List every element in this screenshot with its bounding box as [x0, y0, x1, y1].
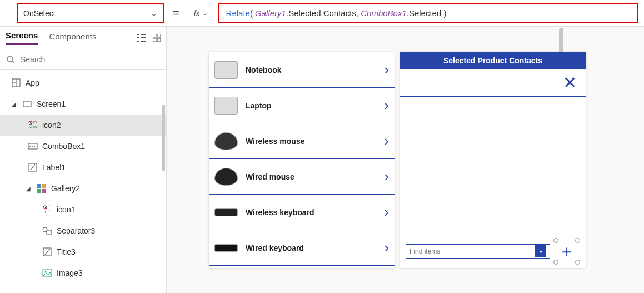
- svg-rect-18: [37, 184, 41, 188]
- tab-components[interactable]: Components: [49, 32, 96, 44]
- label-icon: [42, 247, 52, 257]
- tree-item-screen1[interactable]: ◢ Screen1: [0, 93, 166, 115]
- tree-item-label: Title3: [57, 247, 76, 256]
- formula-token-gallery1: Gallery1: [255, 8, 286, 18]
- gallery-thumb: [214, 244, 238, 252]
- tree-item-label: ComboBox1: [42, 142, 85, 151]
- svg-point-4: [7, 56, 13, 62]
- gallery-item[interactable]: Wireless mouse ›: [209, 123, 395, 159]
- fx-label: fx: [194, 9, 200, 18]
- selection-handle[interactable]: [575, 238, 580, 243]
- tree-item-label: Image3: [57, 269, 83, 277]
- svg-line-5: [12, 61, 14, 63]
- svg-point-16: [34, 146, 35, 147]
- svg-rect-2: [153, 38, 156, 42]
- separator-icon: [42, 226, 52, 236]
- tree-item-label: Label1: [42, 163, 66, 172]
- app-icon: [11, 78, 21, 88]
- search-icon: [7, 56, 15, 64]
- screen-icon: [22, 99, 32, 109]
- tree-item-image3[interactable]: Image3: [0, 262, 166, 284]
- expand-toggle-icon[interactable]: ◢: [10, 101, 18, 107]
- gallery-title: Wireless mouse: [246, 137, 376, 146]
- gallery-title: Wired keyboard: [246, 244, 376, 252]
- tree-item-app[interactable]: App: [0, 72, 166, 93]
- tree-item-icon1[interactable]: + icon1: [0, 199, 166, 220]
- gallery-title: Wireless keyboard: [246, 208, 376, 217]
- chevron-right-icon[interactable]: ›: [384, 168, 389, 185]
- svg-point-15: [32, 146, 33, 147]
- tab-screens[interactable]: Screens: [6, 31, 38, 45]
- tree-tabs: Screens Components: [0, 27, 166, 49]
- svg-rect-19: [42, 184, 46, 188]
- tree-item-combobox1[interactable]: ComboBox1: [0, 136, 166, 157]
- svg-rect-1: [157, 34, 161, 37]
- tree-view-grid-icon[interactable]: [153, 34, 161, 42]
- chevron-right-icon[interactable]: ›: [384, 97, 389, 114]
- tree-item-label: App: [26, 78, 39, 87]
- combobox-icon: [28, 141, 38, 151]
- svg-text:+: +: [29, 125, 32, 130]
- tree-search[interactable]: [0, 49, 166, 70]
- gallery-thumb: [214, 132, 238, 150]
- tree-item-label1[interactable]: Label1: [0, 157, 166, 178]
- control-icon: +: [28, 120, 38, 130]
- tree-scrollbar-thumb[interactable]: [162, 105, 165, 171]
- right-panel-header: Selected Product Contacts: [400, 52, 586, 69]
- combobox1-control[interactable]: Find items ▾: [406, 244, 550, 259]
- expand-toggle-icon[interactable]: ◢: [24, 186, 32, 192]
- chevron-down-icon: ⌄: [202, 9, 207, 17]
- formula-bar: OnSelect ⌄ = fx ⌄ Relate( Gallery1.Selec…: [0, 0, 644, 27]
- plus-icon: ＋: [558, 240, 575, 263]
- icon2-control[interactable]: ＋: [556, 240, 578, 262]
- svg-rect-26: [47, 230, 52, 234]
- chevron-right-icon[interactable]: ›: [384, 239, 389, 256]
- selection-handle[interactable]: [553, 238, 558, 243]
- tree-item-icon2[interactable]: + icon2: [0, 115, 166, 136]
- svg-rect-3: [157, 38, 161, 42]
- selection-handle[interactable]: [575, 260, 580, 265]
- chevron-right-icon[interactable]: ›: [384, 132, 389, 150]
- chevron-right-icon[interactable]: ›: [384, 61, 389, 78]
- canvas[interactable]: Notebook › Laptop › Wireless mouse › Wir…: [167, 27, 644, 293]
- chevron-down-icon: ⌄: [151, 9, 157, 18]
- gallery-item[interactable]: Wired mouse ›: [209, 159, 395, 195]
- tree-item-gallery2[interactable]: ◢ Gallery2: [0, 178, 166, 199]
- tree-item-label: Separator3: [57, 226, 95, 235]
- tree-search-input[interactable]: [21, 55, 159, 64]
- chevron-right-icon[interactable]: ›: [384, 203, 389, 221]
- gallery-thumb: [214, 168, 238, 186]
- control-icon: +: [42, 205, 52, 215]
- tree-view-list-icon[interactable]: [137, 34, 146, 42]
- formula-token-combobox1: ComboBox1: [361, 8, 407, 18]
- right-panel: Selected Product Contacts ✕ Find items ▾…: [400, 52, 586, 268]
- gallery-item[interactable]: Wireless keyboard ›: [209, 195, 395, 230]
- tree-item-title3[interactable]: Title3: [0, 241, 166, 262]
- svg-rect-0: [153, 34, 156, 37]
- tree-item-label: icon1: [57, 205, 75, 214]
- image-icon: [42, 268, 52, 278]
- property-selector[interactable]: OnSelect ⌄: [17, 3, 164, 23]
- formula-input[interactable]: Relate( Gallery1.Selected.Contacts, Comb…: [218, 3, 638, 23]
- fx-button[interactable]: fx ⌄: [188, 3, 213, 23]
- gallery-thumb: [214, 208, 238, 216]
- selection-handle[interactable]: [553, 260, 558, 265]
- chevron-down-icon[interactable]: ▾: [535, 245, 546, 257]
- tree-item-label: Gallery2: [51, 184, 80, 193]
- label-icon: [28, 162, 38, 172]
- svg-rect-20: [37, 189, 41, 193]
- gallery-title: Notebook: [246, 66, 376, 75]
- gallery-item[interactable]: Wired keyboard ›: [209, 230, 395, 266]
- gallery-item[interactable]: Notebook ›: [209, 52, 395, 88]
- gallery-thumb: [214, 97, 238, 115]
- property-selector-value: OnSelect: [23, 9, 56, 18]
- equals-sign: =: [169, 7, 183, 19]
- svg-rect-21: [42, 189, 46, 193]
- formula-token-fn: Relate: [226, 8, 250, 18]
- close-icon[interactable]: ✕: [563, 73, 577, 92]
- gallery-item[interactable]: Laptop ›: [209, 88, 395, 123]
- tree-item-separator3[interactable]: Separator3: [0, 220, 166, 241]
- tree-item-label: Screen1: [37, 100, 66, 108]
- svg-point-29: [45, 271, 47, 273]
- gallery2-control[interactable]: Notebook › Laptop › Wireless mouse › Wir…: [209, 52, 395, 268]
